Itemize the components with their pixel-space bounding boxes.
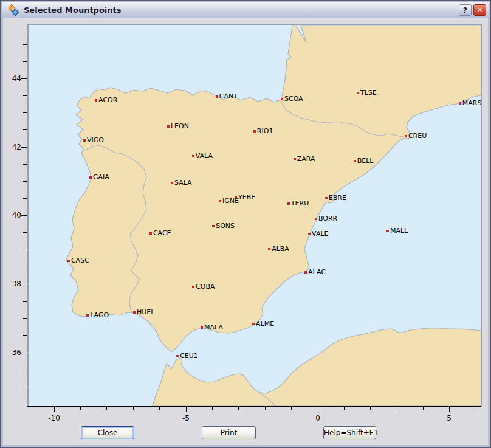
station-label-HUEL: HUEL — [137, 308, 154, 316]
station-label-CACE: CACE — [153, 229, 171, 237]
y-minor-tick — [23, 129, 27, 130]
station-label-ALME: ALME — [256, 320, 274, 328]
station-label-TLSE: TLSE — [360, 89, 377, 97]
station-marker-ZARA — [294, 158, 296, 160]
y-tick-label: 38 — [4, 280, 21, 288]
x-minor-tick — [397, 407, 397, 410]
dialog-window: Selected Mountpoints ? ✕ 4442403836-10-5… — [0, 0, 491, 448]
x-minor-tick — [80, 407, 81, 410]
y-major-tick — [21, 147, 27, 148]
station-marker-ALME — [252, 323, 255, 325]
y-minor-tick — [23, 267, 27, 267]
station-label-LEON: LEON — [171, 122, 189, 130]
x-minor-tick — [159, 407, 160, 410]
x-minor-tick — [133, 407, 134, 410]
y-minor-tick — [23, 164, 27, 165]
station-marker-MARS — [459, 102, 461, 105]
y-minor-tick — [23, 44, 27, 45]
station-marker-GAIA — [89, 176, 92, 179]
station-marker-TLSE — [357, 92, 359, 94]
map-plot-area — [27, 24, 482, 407]
station-marker-LAGO — [86, 314, 89, 317]
station-marker-ALAC — [304, 271, 307, 274]
station-label-ACOR: ACOR — [98, 96, 117, 104]
station-marker-ACOR — [95, 99, 97, 102]
station-marker-TERU — [287, 202, 290, 205]
station-label-MALL: MALL — [390, 227, 408, 235]
x-minor-tick — [370, 407, 371, 410]
station-marker-BORR — [315, 218, 317, 220]
y-minor-tick — [23, 387, 27, 387]
y-minor-tick — [23, 335, 27, 336]
station-label-ALBA: ALBA — [272, 245, 289, 253]
x-major-tick — [54, 407, 55, 412]
y-minor-tick — [23, 95, 27, 96]
station-label-EBRE: EBRE — [329, 194, 346, 202]
x-minor-tick — [238, 407, 239, 410]
y-tick-label: 36 — [4, 348, 21, 357]
x-minor-tick — [265, 407, 266, 410]
station-label-BORR: BORR — [318, 215, 337, 222]
y-minor-tick — [23, 61, 27, 62]
station-marker-SONS — [212, 225, 215, 227]
station-marker-BELL — [354, 160, 356, 162]
help-button[interactable]: Help=Shift+F1 — [323, 426, 376, 439]
station-marker-MALA — [201, 326, 203, 329]
station-marker-CANT — [216, 95, 218, 98]
station-marker-IGNE — [219, 200, 221, 202]
x-tick-label: 5 — [437, 414, 461, 422]
y-minor-tick — [23, 250, 27, 250]
y-minor-tick — [23, 301, 27, 302]
x-minor-tick — [106, 407, 107, 410]
station-marker-EBRE — [325, 197, 328, 199]
station-label-SONS: SONS — [216, 222, 235, 230]
station-marker-HUEL — [133, 311, 136, 314]
station-marker-CREU — [405, 135, 407, 137]
x-minor-tick — [212, 407, 213, 410]
station-label-GAIA: GAIA — [93, 173, 109, 181]
station-label-CEU1: CEU1 — [180, 352, 198, 360]
station-label-YEBE: YEBE — [238, 193, 255, 201]
station-label-ALAC: ALAC — [308, 268, 326, 276]
y-minor-tick — [23, 370, 27, 370]
y-major-tick — [21, 353, 27, 353]
x-major-tick — [186, 407, 187, 412]
station-label-TERU: TERU — [291, 199, 309, 207]
station-label-BELL: BELL — [357, 157, 374, 165]
y-minor-tick — [23, 198, 27, 199]
station-label-RIO1: RIO1 — [257, 127, 273, 135]
station-label-MARS: MARS — [462, 99, 482, 107]
x-minor-tick — [476, 407, 476, 410]
station-label-COBA: COBA — [196, 283, 215, 291]
print-button[interactable]: Print — [202, 426, 256, 439]
x-minor-tick — [423, 407, 424, 410]
y-minor-tick — [23, 232, 27, 233]
station-label-VIGO: VIGO — [87, 136, 104, 144]
station-label-SALA: SALA — [174, 179, 192, 187]
y-tick-label: 44 — [4, 74, 21, 83]
station-marker-SALA — [171, 182, 173, 184]
y-axis-line — [27, 30, 27, 407]
station-label-SCOA: SCOA — [284, 95, 303, 103]
y-major-tick — [21, 215, 27, 216]
station-label-ZARA: ZARA — [297, 155, 315, 163]
station-label-CANT: CANT — [219, 92, 238, 100]
x-minor-tick — [344, 407, 345, 410]
y-minor-tick — [23, 318, 27, 319]
y-major-tick — [21, 78, 27, 79]
station-marker-MALL — [386, 230, 389, 232]
station-marker-SCOA — [281, 98, 283, 100]
station-marker-LEON — [167, 125, 170, 128]
station-marker-CASC — [67, 260, 70, 262]
y-minor-tick — [23, 181, 27, 182]
x-major-tick — [318, 407, 318, 412]
station-marker-CEU1 — [176, 355, 179, 357]
close-button[interactable]: Close — [81, 426, 134, 439]
map-dialog-client: 4442403836-10-505 ACORCANTSCOATLSEMARSLE… — [1, 1, 491, 448]
y-minor-tick — [23, 112, 27, 113]
y-major-tick — [21, 284, 27, 284]
station-marker-VALA — [192, 155, 194, 157]
station-marker-ALBA — [268, 248, 270, 250]
x-minor-tick — [291, 407, 292, 410]
x-tick-label: 0 — [306, 414, 330, 422]
